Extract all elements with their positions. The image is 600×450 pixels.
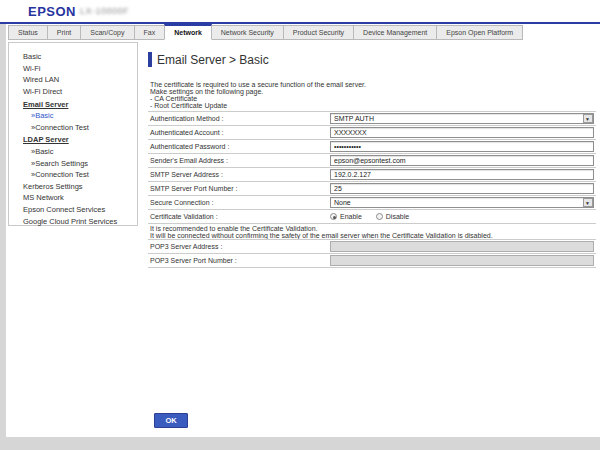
model-name: LX-10000F [80,6,129,16]
sidebar-item-epson-connect-services[interactable]: Epson Connect Services [9,204,137,216]
tab-bar: Status Print Scan/Copy Fax Network Netwo… [0,24,600,40]
form-row-smtp-server-address: SMTP Server Address : [148,168,596,182]
form-row-authentication-method: Authentication Method : SMTP AUTH ▼ [148,112,596,126]
ok-button[interactable]: OK [154,413,188,428]
tab-scan-copy[interactable]: Scan/Copy [80,25,134,40]
description-line: - CA Certificate [150,95,366,102]
authentication-method-label: Authentication Method : [148,115,330,122]
sidebar-item-ldap-basic[interactable]: »Basic [9,146,137,158]
note-line: It is recommended to enable the Certific… [150,225,493,232]
certificate-validation-note: It is recommended to enable the Certific… [150,225,493,239]
form-row-pop3-server-address: POP3 Server Address : [148,240,596,254]
sidebar-item-kerberos-settings[interactable]: Kerberos Settings [9,181,137,193]
selected-value: None [331,199,351,206]
authentication-method-select[interactable]: SMTP AUTH ▼ [330,113,594,124]
tab-network[interactable]: Network [164,24,212,40]
chevron-down-icon[interactable]: ▼ [583,198,593,207]
smtp-server-port-number-input[interactable] [330,183,594,194]
page-footer-bar [0,437,600,450]
authenticated-account-label: Authenticated Account : [148,129,330,136]
certificate-validation-label: Certificate Validation : [148,213,330,220]
senders-email-address-label: Sender's Email Address : [148,157,330,164]
pop3-server-address-input [330,241,594,252]
sidebar-item-email-server-connection-test[interactable]: »Connection Test [9,122,137,134]
pop3-server-port-number-input [330,255,594,266]
smtp-server-address-label: SMTP Server Address : [148,171,330,178]
title-accent-bar [148,52,152,67]
smtp-server-address-input[interactable] [330,169,594,180]
authenticated-password-input[interactable] [330,141,594,152]
page-description: The certificate is required to use a sec… [150,81,366,109]
tab-device-management[interactable]: Device Management [353,25,437,40]
certificate-validation-disable-radio[interactable] [376,213,383,220]
form-row-senders-email-address: Sender's Email Address : [148,154,596,168]
form-row-authenticated-account: Authenticated Account : [148,126,596,140]
sidebar-item-ms-network[interactable]: MS Network [9,192,137,204]
sidebar-item-email-server-basic[interactable]: »Basic [9,110,137,122]
tab-fax[interactable]: Fax [134,25,166,40]
form-row-authenticated-password: Authenticated Password : [148,140,596,154]
note-line: It will be connected without confirming … [150,232,493,239]
sidebar-item-wifi-direct[interactable]: Wi-Fi Direct [9,86,137,98]
chevron-down-icon[interactable]: ▼ [583,114,593,123]
form-row-smtp-server-port-number: SMTP Server Port Number : [148,182,596,196]
tab-print[interactable]: Print [47,25,81,40]
sidebar-item-google-cloud-print-services[interactable]: Google Cloud Print Services [9,215,137,227]
secure-connection-label: Secure Connection : [148,199,330,206]
description-line: The certificate is required to use a sec… [150,81,366,88]
authenticated-account-input[interactable] [330,127,594,138]
description-line: - Root Certificate Update [150,102,366,109]
sidebar-item-wired-lan[interactable]: Wired LAN [9,74,137,86]
sidebar-item-ldap-search-settings[interactable]: »Search Settings [9,157,137,169]
form-row-certificate-validation: Certificate Validation : Enable Disable [148,210,596,224]
sidebar-item-ldap-connection-test[interactable]: »Connection Test [9,169,137,181]
tab-product-security[interactable]: Product Security [283,25,354,40]
certificate-validation-enable-radio[interactable] [330,213,337,220]
form-row-secure-connection: Secure Connection : None ▼ [148,196,596,210]
sidebar-section-email-server[interactable]: Email Server [9,98,137,110]
description-line: Make settings on the following page. [150,88,366,95]
email-server-form: Authentication Method : SMTP AUTH ▼ Auth… [148,111,596,224]
selected-value: SMTP AUTH [331,115,374,122]
senders-email-address-input[interactable] [330,155,594,166]
tab-epson-open-platform[interactable]: Epson Open Platform [436,25,523,40]
certificate-validation-radio-group: Enable Disable [330,213,423,220]
pop3-server-port-number-label: POP3 Server Port Number : [148,257,330,264]
header: EPSON LX-10000F [0,0,600,22]
page-title: Email Server > Basic [157,53,269,67]
sidebar-section-ldap-server[interactable]: LDAP Server [9,134,137,146]
sidebar-item-wifi[interactable]: Wi-Fi [9,63,137,75]
enable-radio-label: Enable [340,213,362,220]
sidebar-nav: Basic Wi-Fi Wired LAN Wi-Fi Direct Email… [8,42,138,226]
pop3-server-address-label: POP3 Server Address : [148,243,330,250]
disable-radio-label: Disable [386,213,409,220]
form-row-pop3-server-port-number: POP3 Server Port Number : [148,254,596,268]
tab-status[interactable]: Status [8,25,48,40]
smtp-server-port-number-label: SMTP Server Port Number : [148,185,330,192]
page-left-margin [0,24,6,450]
sidebar-item-basic[interactable]: Basic [9,51,137,63]
authenticated-password-label: Authenticated Password : [148,143,330,150]
secure-connection-select[interactable]: None ▼ [330,197,594,208]
epson-logo: EPSON [28,4,76,19]
tab-network-security[interactable]: Network Security [211,25,284,40]
pop3-form: POP3 Server Address : POP3 Server Port N… [148,239,596,268]
